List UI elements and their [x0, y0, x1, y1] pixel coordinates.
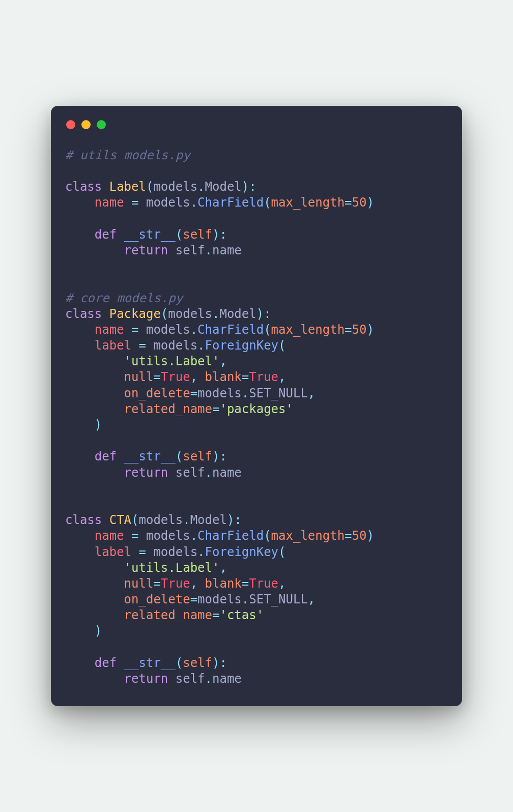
- close-icon[interactable]: [66, 120, 75, 129]
- string: 'utils.Label': [124, 561, 220, 575]
- call: ForeignKey: [205, 545, 279, 559]
- maximize-icon[interactable]: [97, 120, 106, 129]
- attribute: name: [95, 529, 124, 543]
- keyword: return: [124, 243, 168, 257]
- call: CharField: [197, 323, 264, 337]
- class-name: Label: [109, 180, 146, 194]
- method-name: __str__: [124, 227, 176, 242]
- code-block: # utils models.py class Label(models.Mod…: [65, 148, 448, 687]
- string: 'utils.Label': [124, 354, 220, 368]
- keyword: class: [65, 513, 102, 527]
- keyword: def: [95, 449, 117, 463]
- traffic-lights: [65, 120, 448, 129]
- string: 'packages': [219, 402, 293, 416]
- attribute: name: [95, 195, 124, 210]
- attribute: label: [95, 545, 131, 559]
- keyword: class: [65, 180, 102, 194]
- attribute: name: [95, 323, 124, 337]
- class-name: CTA: [109, 513, 131, 527]
- keyword: class: [65, 307, 102, 321]
- constant: True: [161, 370, 190, 384]
- param: max_length: [271, 195, 345, 210]
- minimize-icon[interactable]: [81, 120, 91, 129]
- code-window: # utils models.py class Label(models.Mod…: [51, 106, 462, 706]
- number: 50: [352, 195, 367, 210]
- keyword: return: [124, 672, 168, 686]
- call: ForeignKey: [205, 338, 279, 353]
- method-name: __str__: [124, 449, 176, 463]
- call: CharField: [197, 529, 264, 543]
- attribute: label: [95, 338, 131, 353]
- string: 'ctas': [219, 608, 264, 622]
- keyword: def: [95, 656, 117, 670]
- keyword: def: [95, 227, 117, 242]
- comment-line: # core models.py: [65, 291, 183, 305]
- comment-line: # utils models.py: [65, 148, 190, 162]
- call: CharField: [197, 195, 264, 210]
- keyword: return: [124, 466, 168, 480]
- method-name: __str__: [124, 656, 176, 670]
- class-name: Package: [109, 307, 161, 321]
